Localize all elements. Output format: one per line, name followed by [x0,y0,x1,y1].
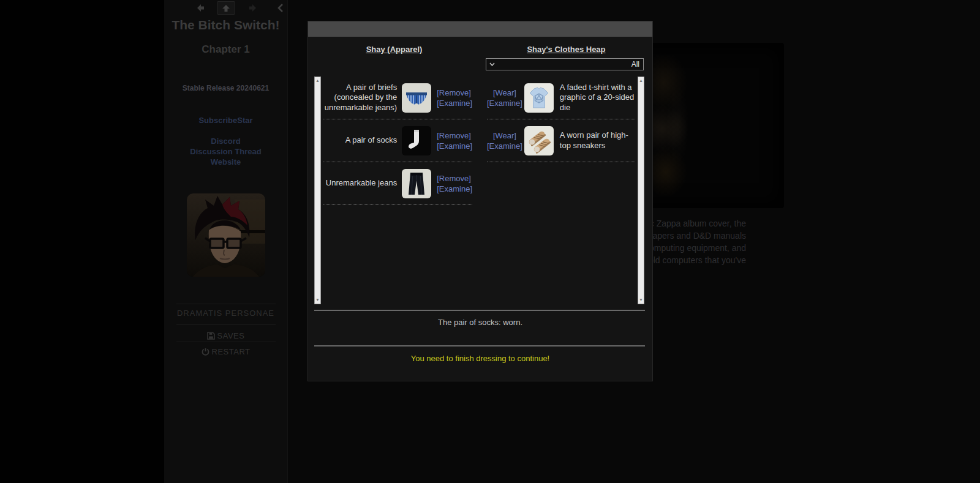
sneakers-icon [524,126,554,155]
subscribestar-link[interactable]: SubscribeStar [164,116,287,125]
sidebar-collapse-icon[interactable] [275,1,286,15]
status-message: The pair of socks: worn. [308,318,652,327]
item-actions: [Remove] [Examine] [433,88,472,108]
left-gutter [0,0,164,483]
sidebar-item-dramatis-personae[interactable]: DRAMATIS PERSONAE [164,305,287,321]
scroll-down-arrow-icon[interactable]: ▼ [638,297,644,303]
item-label: A pair of briefs (concealed by the unrem… [323,83,400,113]
item-label: A pair of socks [323,135,400,146]
discussion-thread-link[interactable]: Discussion Thread [164,147,287,156]
discord-link[interactable]: Discord [164,137,287,146]
character-portrait [187,193,265,277]
scroll-up-arrow-icon[interactable]: ▲ [638,78,644,84]
worn-item-row: A pair of briefs (concealed by the unrem… [323,77,472,119]
story-title: The Bitch Switch! [164,18,287,32]
dialog-divider [314,345,645,346]
forward-arrow-icon[interactable] [244,1,262,15]
release-version: Stable Release 20240621 [164,84,287,92]
remove-link[interactable]: [Remove] [437,173,472,184]
floppy-disk-icon [207,332,215,340]
worn-item-row: A pair of socks [Remove] [Examine] [323,119,472,162]
remove-link[interactable]: [Remove] [437,88,472,98]
power-icon [202,348,209,356]
item-actions: [Wear] [Examine] [487,130,522,151]
history-nav [164,1,287,16]
wear-link[interactable]: [Wear] [487,130,522,141]
examine-link[interactable]: [Examine] [437,98,472,108]
worn-item-row: Unremarkable jeans [Remove] [Examine] [323,162,472,205]
worn-column-header: Shay (Apparel) [308,45,480,54]
dialog-divider [314,310,645,311]
item-label: Unremarkable jeans [323,178,400,189]
heap-filter-select[interactable]: All [486,58,644,70]
left-pane-scrollbar[interactable]: ▲ ▼ [314,77,321,304]
examine-link[interactable]: [Examine] [437,184,472,194]
jump-up-arrow-icon[interactable] [217,1,235,15]
item-label: A worn pair of high-top sneakers [556,130,635,151]
warning-message: You need to finish dressing to continue! [308,354,652,363]
remove-link[interactable]: [Remove] [437,130,472,141]
dialog-titlebar[interactable] [308,21,652,37]
item-actions: [Remove] [Examine] [433,130,472,151]
restart-label: RESTART [212,347,251,356]
examine-link[interactable]: [Examine] [487,141,522,151]
story-sidebar: The Bitch Switch! Chapter 1 Stable Relea… [164,0,288,483]
filter-selected-value: All [631,60,639,69]
chapter-title: Chapter 1 [164,43,287,56]
apparel-dialog: Shay (Apparel) Shay's Clothes Heap All ▲… [308,21,652,381]
tshirt-icon [524,83,554,113]
examine-link[interactable]: [Examine] [437,141,472,151]
sidebar-item-restart[interactable]: RESTART [164,343,287,359]
jeans-icon [402,169,431,198]
chevron-down-icon [489,62,495,66]
scroll-up-arrow-icon[interactable]: ▲ [315,78,320,84]
back-arrow-icon[interactable] [191,1,209,15]
menu-divider [176,324,276,325]
right-pane-scrollbar[interactable]: ▲ ▼ [638,77,644,304]
menu-divider [176,342,276,342]
heap-items-pane: ▲ ▼ [Wear] [Examine] [487,77,644,304]
worn-items-pane: ▲ ▼ A pair of briefs (concealed by the u… [314,77,472,304]
menu-divider [176,304,276,304]
website-link[interactable]: Website [164,157,287,167]
heap-item-row: [Wear] [Examine] A faded t-shirt wit [487,77,635,119]
scroll-down-arrow-icon[interactable]: ▼ [315,297,320,303]
item-actions: [Wear] [Examine] [487,88,522,108]
heap-column-header: Shay's Clothes Heap [480,45,652,54]
item-label: A faded t-shirt with a graphic of a 20-s… [556,83,635,113]
game-page: The Bitch Switch! Chapter 1 Stable Relea… [0,0,980,483]
heap-item-row: [Wear] [Examine] [487,119,635,162]
wear-link[interactable]: [Wear] [487,88,522,98]
briefs-icon [402,83,431,113]
item-actions: [Remove] [Examine] [433,173,472,194]
examine-link[interactable]: [Examine] [487,98,522,108]
sock-icon [402,126,431,155]
saves-label: SAVES [217,331,245,340]
